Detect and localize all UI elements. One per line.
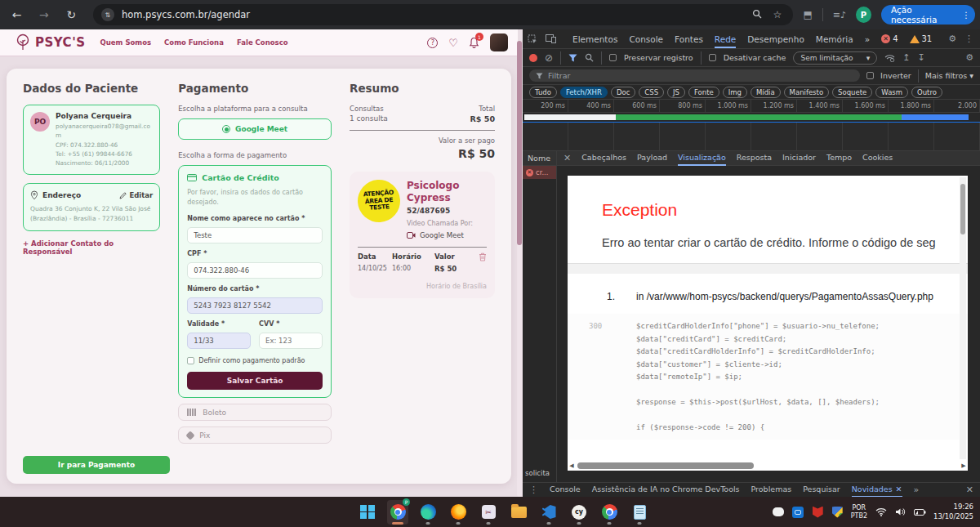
chip-js[interactable]: JS <box>667 87 685 98</box>
go-to-payment-button[interactable]: Ir para Pagamento <box>23 456 170 474</box>
taskbar-notepad[interactable] <box>629 500 650 525</box>
drawer-tab-pesquisar[interactable]: Pesquisar <box>803 483 840 498</box>
network-search-icon[interactable] <box>585 53 594 62</box>
taskbar-chrome-2[interactable] <box>599 500 620 525</box>
filter-input[interactable]: Filtrar <box>529 69 860 82</box>
tab-desempenho[interactable]: Desempenho <box>747 29 804 48</box>
detail-tab-iniciador[interactable]: Iniciador <box>782 151 816 166</box>
chip-fetch-xhr[interactable]: Fetch/XHR <box>560 87 608 98</box>
back-icon[interactable]: ← <box>7 4 27 25</box>
drawer-tab-novidades[interactable]: Novidades✕ <box>852 483 902 498</box>
detail-tab-payload[interactable]: Payload <box>637 151 667 166</box>
page-scrollbar[interactable] <box>517 41 522 497</box>
boleto-option[interactable]: Boleto <box>178 404 332 421</box>
card-validity-input[interactable] <box>187 333 251 349</box>
tab-memoria[interactable]: Memória <box>816 29 853 48</box>
preserve-log-checkbox[interactable] <box>609 54 617 61</box>
detail-tab-tempo[interactable]: Tempo <box>826 151 852 166</box>
disable-cache-checkbox[interactable] <box>709 54 716 61</box>
inspect-element-icon[interactable] <box>528 34 537 44</box>
close-detail-icon[interactable]: ✕ <box>564 153 571 163</box>
settings-gear-icon[interactable]: ⚙ <box>948 33 956 44</box>
notifications-bell-icon[interactable]: 1 <box>469 37 479 48</box>
chip-manifesto[interactable]: Manifesto <box>784 87 829 98</box>
tab-rede[interactable]: Rede <box>715 29 736 48</box>
network-settings-gear-icon[interactable]: ⚙ <box>965 52 973 63</box>
drawer-kebab-icon[interactable]: ⋮ <box>529 485 538 495</box>
error-count-badge[interactable]: ✕4 <box>881 34 898 43</box>
taskbar-snipping-tool[interactable]: ✂ <box>478 500 499 525</box>
filter-funnel-icon[interactable] <box>568 54 577 62</box>
detail-tab-visualizacao[interactable]: Visualização <box>678 151 726 166</box>
favorites-heart-icon[interactable]: ♡ <box>448 37 458 49</box>
action-required-button[interactable]: Ação necessária ⋮ <box>881 5 975 25</box>
drawer-more-chevron[interactable]: » <box>914 485 920 495</box>
menu-kebab-icon[interactable]: ⋮ <box>961 10 970 20</box>
card-cpf-input[interactable] <box>187 262 323 279</box>
bookmark-star-icon[interactable]: ☆ <box>773 9 782 20</box>
card-number-input[interactable] <box>187 297 323 314</box>
detail-tab-resposta[interactable]: Resposta <box>737 151 772 166</box>
more-filters-button[interactable]: Mais filtros ▾ <box>925 71 973 80</box>
timeline-overview[interactable] <box>523 113 980 123</box>
clock[interactable]: 19:26 13/10/2025 <box>933 502 973 522</box>
more-tabs-chevron[interactable]: » <box>865 29 870 48</box>
chip-fonte[interactable]: Fonte <box>688 87 719 98</box>
default-payment-checkbox[interactable] <box>187 357 194 364</box>
nav-fale-conosco[interactable]: Fale Conosco <box>237 38 288 47</box>
preview-vertical-scrollbar[interactable] <box>960 177 966 459</box>
save-card-button[interactable]: Salvar Cartão <box>187 372 323 390</box>
site-settings-icon[interactable]: ⇅ <box>101 8 114 21</box>
record-icon[interactable] <box>529 54 537 62</box>
help-icon[interactable]: ? <box>427 38 438 48</box>
battery-icon[interactable] <box>914 506 926 518</box>
language-indicator[interactable]: PORPTB2 <box>851 504 867 520</box>
detail-tab-cookies[interactable]: Cookies <box>862 151 893 166</box>
chip-doc[interactable]: Doc <box>611 87 635 98</box>
throttling-select[interactable]: Sem limitação▾ <box>793 51 877 65</box>
invert-checkbox[interactable] <box>866 72 874 79</box>
volume-icon[interactable] <box>894 506 906 518</box>
export-har-icon[interactable]: ↧ <box>917 52 924 63</box>
chip-outro[interactable]: Outro <box>911 87 942 98</box>
taskbar-cypress[interactable]: cy <box>568 500 590 525</box>
wifi-icon[interactable] <box>875 506 887 518</box>
platform-google-meet-option[interactable]: Google Meet <box>178 118 332 140</box>
devtools-kebab-icon[interactable]: ⋮ <box>964 33 973 44</box>
mcafee-icon[interactable] <box>812 506 824 518</box>
user-avatar[interactable] <box>490 33 508 51</box>
taskbar-edge[interactable] <box>417 500 439 525</box>
clear-icon[interactable]: ⊘ <box>545 52 553 64</box>
drawer-tab-ia[interactable]: Assistência de IA no Chrome DevTools <box>592 483 740 498</box>
requests-name-column-header[interactable]: Nome <box>523 151 557 165</box>
card-name-input[interactable] <box>187 227 323 243</box>
tab-console[interactable]: Console <box>629 29 663 48</box>
search-icon[interactable] <box>752 9 762 20</box>
nav-como-funciona[interactable]: Como Funciona <box>164 38 224 47</box>
chip-soquete[interactable]: Soquete <box>832 87 872 98</box>
drawer-close-icon[interactable]: ✕ <box>966 485 973 495</box>
chip-midia[interactable]: Mídia <box>751 87 781 98</box>
request-row-selected[interactable]: ✕ cr... <box>523 166 556 179</box>
add-guardian-contact-link[interactable]: + Adicionar Contato do Responsável <box>23 239 160 256</box>
patient-card[interactable]: PO Polyana Cerqueira polyanacerqueira078… <box>23 105 160 175</box>
timeline-waterfall[interactable] <box>523 123 980 151</box>
address-bar[interactable]: ⇅ hom.psycs.com.br/agendar ☆ <box>93 4 793 25</box>
chip-css[interactable]: CSS <box>639 87 664 98</box>
discord-icon[interactable] <box>773 506 785 518</box>
edit-address-button[interactable]: Editar <box>119 191 153 199</box>
windows-security-icon[interactable]: ✓ <box>831 506 844 518</box>
nav-quem-somos[interactable]: Quem Somos <box>100 38 152 47</box>
taskbar-firefox[interactable] <box>448 500 469 525</box>
device-toolbar-icon[interactable] <box>546 34 556 43</box>
tab-fontes[interactable]: Fontes <box>675 29 703 48</box>
taskbar-file-explorer[interactable] <box>508 500 529 525</box>
chip-tudo[interactable]: Tudo <box>529 87 557 98</box>
import-har-icon[interactable]: ↥ <box>902 52 910 63</box>
start-button[interactable] <box>357 500 378 525</box>
card-cvv-input[interactable] <box>259 333 323 349</box>
taskbar-chrome-profile[interactable]: P <box>387 500 408 525</box>
reload-icon[interactable]: ↻ <box>61 4 82 25</box>
network-conditions-icon[interactable] <box>884 54 895 62</box>
credit-card-option[interactable]: Cartão de Crédito <box>187 173 323 182</box>
